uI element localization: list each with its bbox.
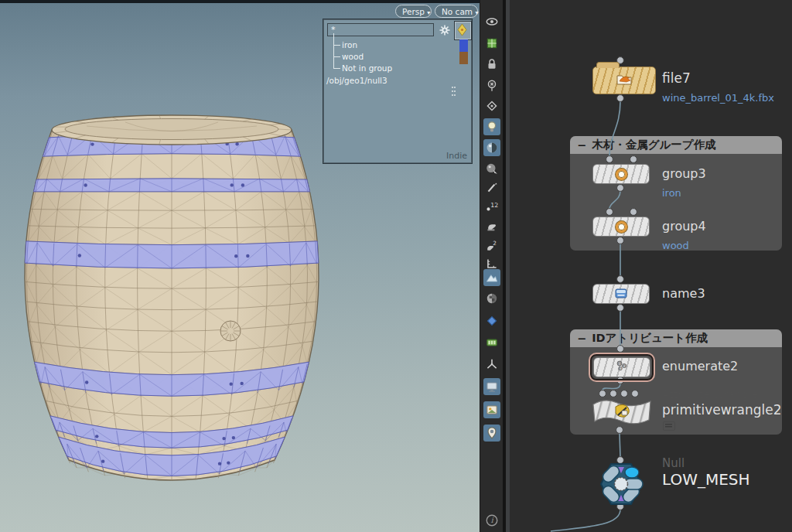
- license-badge: Indie: [446, 151, 467, 161]
- info-icon[interactable]: i: [483, 512, 500, 529]
- chevron-down-icon: ▾: [427, 9, 430, 16]
- node-connector: [617, 237, 624, 244]
- shaded-mode-mountain-icon[interactable]: [483, 269, 500, 286]
- node-connector: [617, 276, 624, 283]
- enumerate-node-icon: 123: [615, 360, 629, 375]
- svg-text:12: 12: [490, 202, 498, 209]
- node-label: primitivewrangle2: [662, 402, 782, 418]
- lock-icon[interactable]: [483, 56, 500, 73]
- snap-grid-icon[interactable]: [483, 35, 500, 52]
- node-label: enumerate2: [662, 359, 738, 373]
- name-node-icon: [615, 287, 627, 302]
- node-connector: [630, 209, 637, 216]
- point-numbers-icon[interactable]: 12: [483, 198, 500, 215]
- gear-icon[interactable]: [439, 24, 451, 36]
- svg-text:2: 2: [623, 364, 626, 368]
- camera-menu[interactable]: No cam ▾: [435, 5, 478, 18]
- node-label: LOW_MESH: [662, 470, 750, 489]
- node-type-label: Attribute Wrangle: [662, 388, 758, 401]
- node-connector: [606, 156, 613, 163]
- node-primitivewrangle2[interactable]: [588, 396, 656, 428]
- node-connector: [617, 305, 624, 312]
- descriptive-parm-icon: [663, 421, 675, 431]
- group-display-toggle[interactable]: [454, 21, 472, 40]
- node-label: file7: [662, 70, 691, 86]
- prim-numbers-icon[interactable]: 2: [483, 237, 500, 254]
- wrangle-node-icon: [616, 404, 629, 417]
- node-group3[interactable]: [592, 164, 650, 184]
- node-comment: wine_barrel_01_4k.fbx: [662, 92, 774, 104]
- group-list-panel: iron wood Not in group /obj/geo1/null3 I…: [323, 19, 473, 164]
- node-comment: wood: [662, 240, 689, 251]
- node-connector: [606, 209, 613, 216]
- ghost-sphere-icon[interactable]: [483, 290, 500, 307]
- display-options-toolbar: 122i: [480, 0, 504, 532]
- node-low-mesh[interactable]: [598, 461, 644, 507]
- group-tree: iron wood Not in group: [331, 39, 392, 74]
- node-comment: iron: [662, 187, 681, 199]
- headlight-icon[interactable]: [483, 118, 500, 135]
- svg-text:2: 2: [493, 240, 497, 247]
- node-label: name3: [662, 286, 705, 301]
- select-mode-diamond-icon[interactable]: [483, 97, 500, 114]
- null-node-icon: [598, 461, 644, 507]
- node-file7[interactable]: [592, 66, 656, 94]
- node-group4[interactable]: [592, 217, 650, 237]
- svg-text:i: i: [491, 516, 494, 524]
- group-node-icon: [616, 221, 627, 233]
- node-type-label: Null: [662, 456, 684, 470]
- secure-selection-icon[interactable]: [483, 77, 500, 94]
- node-connector: [617, 185, 624, 192]
- shaded-sphere-icon[interactable]: [483, 139, 500, 156]
- node-connector: [630, 156, 637, 163]
- visibility-eye-icon[interactable]: [483, 13, 500, 30]
- node-name3[interactable]: [592, 284, 650, 304]
- axis-icon[interactable]: [483, 356, 500, 373]
- viewport-top-edge: [0, 0, 480, 3]
- chevron-down-icon: ▾: [475, 9, 478, 16]
- prim-hand-icon[interactable]: [483, 217, 500, 234]
- camera-label: No cam: [442, 7, 473, 16]
- network-editor[interactable]: − 木材・金属グループ作成 − IDアトリビュート作成: [506, 0, 792, 532]
- iron-color-swatch[interactable]: [459, 39, 468, 52]
- persp-view-menu[interactable]: Persp ▾: [395, 5, 432, 18]
- scene-viewport[interactable]: Persp ▾ No cam ▾: [0, 0, 480, 532]
- snapshot-icon[interactable]: [483, 401, 500, 418]
- location-pin-icon[interactable]: [483, 425, 500, 442]
- folder-tab: [596, 62, 620, 68]
- svg-text:1: 1: [619, 362, 621, 366]
- film-strip-icon[interactable]: [483, 334, 500, 351]
- wood-color-swatch[interactable]: [459, 52, 468, 64]
- persp-label: Persp: [402, 7, 425, 16]
- panel-scroll-handle[interactable]: [451, 86, 456, 97]
- geometry-path-label: /obj/geo1/null3: [326, 76, 387, 85]
- file-node-icon: [616, 73, 633, 89]
- group-row-notingroup[interactable]: Not in group: [331, 63, 392, 74]
- node-connector: [617, 95, 624, 102]
- node-enumerate2[interactable]: 123: [593, 357, 650, 377]
- node-label: group3: [662, 166, 706, 181]
- group-filter-input[interactable]: [327, 23, 434, 36]
- node-label: group4: [662, 219, 706, 234]
- monitor-icon[interactable]: [483, 378, 500, 395]
- material-sphere-icon[interactable]: [483, 160, 500, 177]
- blue-diamond-icon[interactable]: [483, 312, 500, 329]
- node-connector: [617, 346, 624, 353]
- group-node-icon: [616, 169, 627, 180]
- svg-text:3: 3: [620, 367, 622, 370]
- brush-icon[interactable]: [483, 179, 500, 196]
